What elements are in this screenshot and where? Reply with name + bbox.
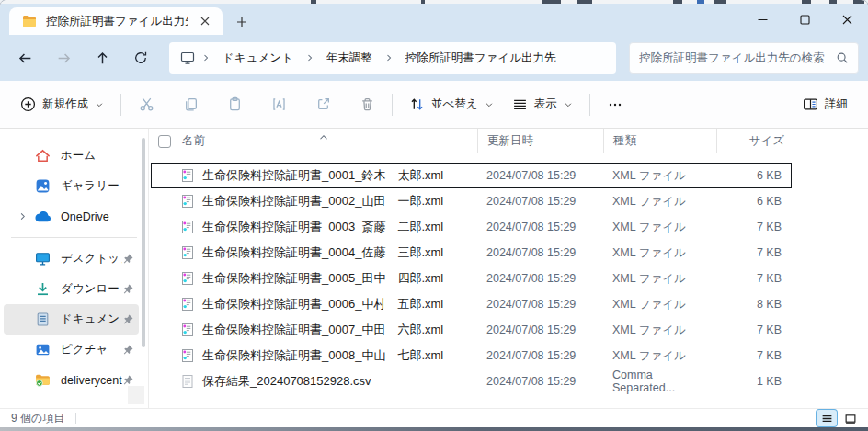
toolbar-divider	[589, 94, 590, 116]
file-name: 生命保険料控除証明書_0008_中山 七郎.xml	[202, 347, 443, 364]
desktop-edge	[0, 0, 868, 4]
table-row[interactable]: 生命保険料控除証明書_0001_鈴木 太郎.xml 2024/07/08 15:…	[151, 163, 792, 188]
file-name: 生命保険料控除証明書_0001_鈴木 太郎.xml	[202, 167, 443, 184]
tab-title: 控除所証明書ファイル出力先	[46, 14, 188, 29]
expand-chevron-icon[interactable]	[11, 211, 33, 221]
rename-icon[interactable]	[261, 89, 296, 120]
view-button-label: 表示	[534, 96, 557, 112]
file-type: Comma Separated...	[603, 369, 715, 393]
table-row[interactable]: 生命保険料控除証明書_0006_中村 五郎.xml 2024/07/08 15:…	[151, 291, 792, 317]
table-row[interactable]: 生命保険料控除証明書_0005_田中 四郎.xml 2024/07/08 15:…	[151, 266, 792, 291]
home-icon	[33, 148, 51, 164]
details-pane-label: 詳細	[825, 96, 848, 112]
file-list: 名前 更新日時 種類 サイズ 生命保険料控除証明書_0001_鈴木 太郎.xml…	[149, 129, 868, 408]
table-row[interactable]: 生命保険料控除証明書_0002_山田 一郎.xml 2024/07/08 15:…	[151, 188, 792, 214]
up-icon[interactable]	[83, 42, 121, 74]
breadcrumb-documents[interactable]: ドキュメント	[215, 47, 301, 70]
column-header-modified[interactable]: 更新日時	[477, 129, 603, 153]
select-all-checkbox[interactable]	[158, 135, 171, 148]
chevron-right-icon	[382, 52, 396, 63]
sidebar-item-downloads[interactable]: ダウンロード	[4, 274, 139, 304]
sidebar-item-deliverycenter[interactable]: deliverycente	[4, 365, 139, 395]
sidebar-item-label: OneDrive	[61, 210, 122, 223]
table-row[interactable]: 生命保険料控除証明書_0004_佐藤 三郎.xml 2024/07/08 15:…	[151, 240, 792, 266]
forward-icon[interactable]	[44, 42, 83, 74]
search-box[interactable]	[629, 42, 859, 74]
sidebar-item-label: ダウンロード	[61, 281, 122, 297]
column-divider	[794, 129, 794, 153]
xml-file-icon	[180, 271, 195, 286]
file-modified: 2024/07/08 15:29	[477, 189, 603, 213]
chevron-right-icon	[303, 52, 317, 63]
sidebar-item-home[interactable]: ホーム	[4, 141, 139, 171]
share-icon[interactable]	[305, 89, 340, 120]
sidebar-scrollbar[interactable]	[142, 138, 145, 347]
breadcrumb-current-folder[interactable]: 控除所証明書ファイル出力先	[398, 47, 564, 70]
close-button[interactable]	[826, 4, 868, 35]
cut-icon[interactable]	[129, 89, 164, 120]
details-pane-button[interactable]: 詳細	[794, 90, 857, 119]
file-size: 7 KB	[715, 344, 791, 368]
paste-icon[interactable]	[217, 89, 252, 120]
file-type: XML ファイル	[603, 189, 715, 213]
new-button-label: 新規作成	[42, 96, 88, 112]
new-button[interactable]: 新規作成	[11, 90, 113, 119]
file-type: XML ファイル	[603, 292, 715, 316]
status-bar: 9 個の項目	[0, 408, 868, 427]
column-header-name[interactable]: 名前	[151, 129, 477, 153]
sidebar-item-desktop[interactable]: デスクトップ	[4, 244, 139, 274]
column-label: 更新日時	[487, 133, 533, 149]
column-header-type[interactable]: 種類	[603, 129, 716, 153]
file-type: XML ファイル	[603, 318, 715, 342]
pin-icon	[122, 283, 139, 295]
table-row[interactable]: 生命保険料控除証明書_0003_斎藤 二郎.xml 2024/07/08 15:…	[151, 214, 792, 240]
sidebar-item-onedrive[interactable]: OneDrive	[4, 201, 139, 232]
file-type: XML ファイル	[603, 267, 715, 290]
sidebar-item-documents[interactable]: ドキュメント	[4, 304, 139, 335]
breadcrumb[interactable]: ドキュメント 年末調整 控除所証明書ファイル出力先	[169, 42, 616, 74]
column-header-size[interactable]: サイズ	[716, 129, 794, 153]
breadcrumb-nenmatsu-chosei[interactable]: 年末調整	[319, 47, 380, 70]
table-row[interactable]: 生命保険料控除証明書_0008_中山 七郎.xml 2024/07/08 15:…	[151, 343, 792, 369]
file-modified: 2024/07/08 15:29	[477, 215, 603, 239]
more-options-icon[interactable]	[598, 89, 633, 120]
toolbar-divider	[392, 94, 393, 116]
file-type: XML ファイル	[603, 344, 715, 368]
sidebar-divider	[11, 237, 137, 238]
back-icon[interactable]	[6, 42, 44, 74]
plus-circle-icon	[20, 96, 36, 112]
view-button[interactable]: 表示	[503, 90, 582, 119]
details-view-toggle[interactable]	[817, 410, 837, 426]
file-size: 7 KB	[715, 267, 791, 290]
delete-icon[interactable]	[349, 89, 384, 120]
xml-file-icon	[180, 220, 195, 234]
documents-icon	[33, 312, 51, 327]
search-input[interactable]	[639, 51, 836, 64]
chevron-down-icon	[485, 100, 494, 109]
sort-button[interactable]: 並べ替え	[400, 90, 503, 119]
file-type: XML ファイル	[603, 164, 715, 187]
minimize-button[interactable]	[741, 4, 783, 35]
file-name: 生命保険料控除証明書_0007_中田 六郎.xml	[202, 322, 443, 338]
sidebar-item-pictures[interactable]: ピクチャ	[4, 335, 139, 365]
file-name: 生命保険料控除証明書_0006_中村 五郎.xml	[202, 296, 443, 312]
command-toolbar: 新規作成	[0, 81, 868, 129]
xml-file-icon	[180, 323, 195, 337]
file-modified: 2024/07/08 15:29	[477, 292, 603, 316]
file-type: XML ファイル	[603, 241, 715, 265]
maximize-button[interactable]	[783, 4, 826, 35]
pin-icon	[122, 344, 139, 356]
new-tab-button[interactable]	[228, 9, 256, 35]
column-label: サイズ	[749, 133, 784, 149]
tab-close-icon[interactable]	[195, 11, 215, 31]
table-row[interactable]: 保存結果_20240708152928.csv 2024/07/08 15:29…	[151, 369, 792, 394]
column-header-row: 名前 更新日時 種類 サイズ	[151, 129, 868, 153]
refresh-icon[interactable]	[121, 42, 160, 74]
copy-icon[interactable]	[173, 89, 208, 120]
sidebar-item-gallery[interactable]: ギャラリー	[4, 171, 139, 201]
sort-icon	[409, 96, 425, 112]
table-row[interactable]: 生命保険料控除証明書_0007_中田 六郎.xml 2024/07/08 15:…	[151, 317, 792, 343]
explorer-tab[interactable]: 控除所証明書ファイル出力先	[9, 7, 223, 35]
csv-file-icon	[180, 374, 195, 389]
large-icons-view-toggle[interactable]	[840, 410, 861, 426]
